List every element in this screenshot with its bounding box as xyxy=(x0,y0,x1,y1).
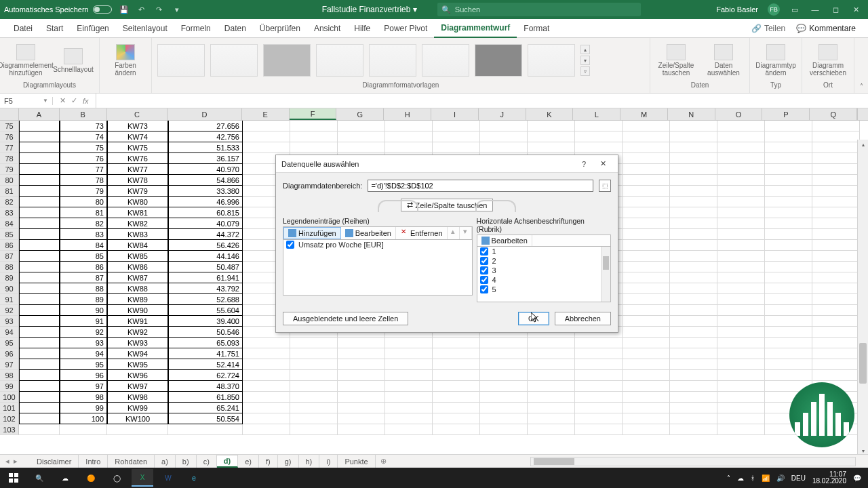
cell[interactable] xyxy=(765,121,812,131)
cell[interactable]: 97 xyxy=(60,381,107,392)
cell[interactable] xyxy=(670,175,717,186)
sheet-tab[interactable]: c) xyxy=(197,455,217,468)
cell[interactable] xyxy=(670,164,717,175)
category-checkbox[interactable] xyxy=(480,285,488,293)
category-item[interactable]: 1 xyxy=(477,247,610,256)
cell[interactable] xyxy=(19,370,60,381)
cell[interactable] xyxy=(717,251,765,262)
cell[interactable] xyxy=(19,153,60,164)
cell[interactable] xyxy=(765,153,812,164)
sheet-tab[interactable]: f) xyxy=(259,455,278,468)
cell[interactable]: 40.970 xyxy=(168,164,243,175)
cell[interactable] xyxy=(338,359,385,370)
hidden-empty-cells-button[interactable]: Ausgeblendete und leere Zellen xyxy=(283,312,408,325)
move-up-icon[interactable]: ▴ xyxy=(448,227,460,239)
gallery-up-icon[interactable]: ▴ xyxy=(580,45,590,54)
cell[interactable]: 84 xyxy=(60,240,107,251)
tab-power pivot[interactable]: Power Pivot xyxy=(377,19,434,38)
cell[interactable]: KW97 xyxy=(107,381,168,392)
autosave-toggle[interactable]: Automatisches Speichern xyxy=(4,5,112,14)
cell[interactable]: 90 xyxy=(60,305,107,316)
cell[interactable]: 43.792 xyxy=(168,283,243,294)
cell[interactable]: 61.850 xyxy=(168,392,243,403)
cell[interactable] xyxy=(623,131,670,142)
gallery-down-icon[interactable]: ▾ xyxy=(580,56,590,65)
row-header[interactable]: 97 xyxy=(0,359,19,370)
cell[interactable]: 80 xyxy=(60,197,107,207)
scroll-thumb[interactable] xyxy=(859,343,867,384)
cell[interactable] xyxy=(338,413,385,424)
cell[interactable] xyxy=(623,207,670,218)
cell[interactable] xyxy=(717,327,765,338)
vertical-scrollbar[interactable]: ▴ ▾ xyxy=(857,140,868,455)
cell[interactable] xyxy=(19,142,60,153)
sheet-tab[interactable]: a) xyxy=(155,455,176,468)
cell[interactable] xyxy=(623,272,670,283)
cell[interactable] xyxy=(19,413,60,424)
obs-icon[interactable]: ◯ xyxy=(106,469,127,487)
cell[interactable] xyxy=(765,283,812,294)
cell[interactable] xyxy=(19,240,60,251)
cell[interactable] xyxy=(480,121,528,131)
select-data-button[interactable]: Daten auswählen xyxy=(703,44,744,77)
row-header[interactable]: 86 xyxy=(0,240,19,251)
cell[interactable]: 74 xyxy=(60,131,107,142)
cell[interactable] xyxy=(765,251,812,262)
cell[interactable] xyxy=(385,348,433,359)
style-thumb[interactable] xyxy=(263,44,311,77)
cell[interactable] xyxy=(19,338,60,348)
clock[interactable]: 11:0718.02.2020 xyxy=(812,471,846,485)
cell[interactable] xyxy=(19,348,60,359)
row-header[interactable]: 101 xyxy=(0,403,19,413)
cell[interactable] xyxy=(19,164,60,175)
cell[interactable] xyxy=(812,229,860,240)
gallery-more-icon[interactable]: ▿ xyxy=(580,66,590,76)
cell[interactable] xyxy=(812,142,860,153)
cell[interactable]: 83 xyxy=(60,229,107,240)
change-colors-button[interactable]: Farben ändern xyxy=(105,44,146,77)
cell[interactable]: 92 xyxy=(60,327,107,338)
cell[interactable] xyxy=(812,197,860,207)
row-header[interactable]: 93 xyxy=(0,316,19,327)
cell[interactable] xyxy=(433,348,480,359)
onedrive-tray-icon[interactable]: ☁ xyxy=(737,474,744,482)
cell[interactable]: 46.996 xyxy=(168,197,243,207)
column-header[interactable]: B xyxy=(60,108,107,120)
cell[interactable] xyxy=(717,153,765,164)
column-header[interactable]: F xyxy=(290,108,337,120)
cell[interactable] xyxy=(480,131,528,142)
cell[interactable] xyxy=(765,229,812,240)
cell[interactable] xyxy=(623,359,670,370)
cell[interactable]: 56.426 xyxy=(168,240,243,251)
cell[interactable]: 60.815 xyxy=(168,207,243,218)
search-box[interactable]: 🔍 Suchen xyxy=(437,3,641,16)
cell[interactable] xyxy=(243,392,290,403)
language-indicator[interactable]: DEU xyxy=(791,474,806,482)
row-header[interactable]: 103 xyxy=(0,424,19,435)
wifi-tray-icon[interactable]: 📶 xyxy=(762,474,770,482)
tray-up-icon[interactable]: ˄ xyxy=(727,474,730,482)
cell[interactable] xyxy=(623,381,670,392)
cell[interactable] xyxy=(765,338,812,348)
quick-layout-button[interactable]: Schnelllayout xyxy=(53,48,94,73)
cell[interactable] xyxy=(623,262,670,272)
cell[interactable] xyxy=(528,381,575,392)
cell[interactable]: 85 xyxy=(60,251,107,262)
cell[interactable] xyxy=(19,316,60,327)
cell[interactable] xyxy=(528,121,575,131)
cell[interactable]: KW88 xyxy=(107,283,168,294)
row-header[interactable]: 80 xyxy=(0,175,19,186)
cell[interactable]: 77 xyxy=(60,164,107,175)
cell[interactable] xyxy=(765,131,812,142)
cell[interactable] xyxy=(812,359,860,370)
cell[interactable] xyxy=(243,413,290,424)
cell[interactable] xyxy=(623,121,670,131)
category-item[interactable]: 2 xyxy=(477,256,610,266)
cell[interactable] xyxy=(528,392,575,403)
cell[interactable] xyxy=(623,186,670,197)
cell[interactable]: 65.241 xyxy=(168,403,243,413)
cell[interactable] xyxy=(623,424,670,435)
collapse-ribbon-icon[interactable]: ˄ xyxy=(854,38,868,93)
cell[interactable] xyxy=(670,207,717,218)
edit-series-button[interactable]: Bearbeiten xyxy=(341,227,396,239)
